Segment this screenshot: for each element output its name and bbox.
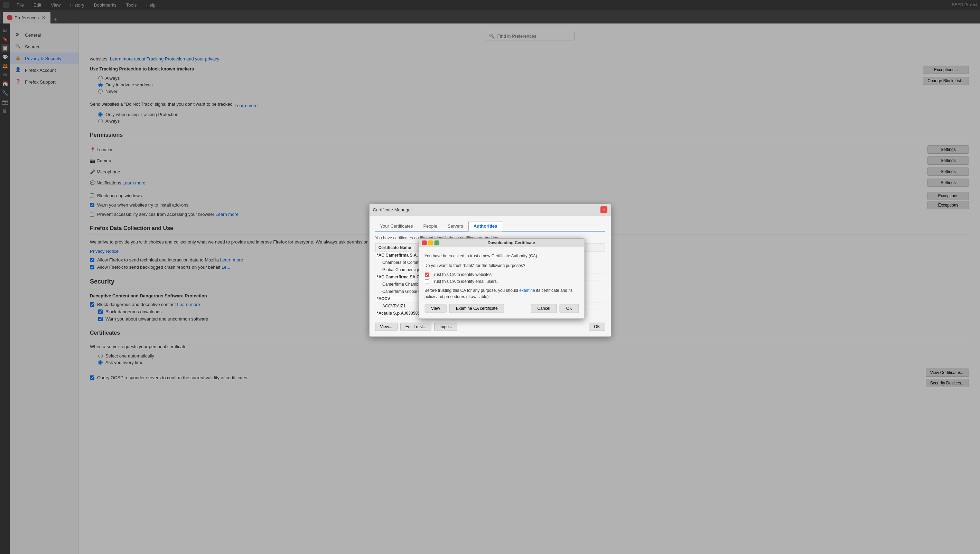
close-dot[interactable] — [422, 240, 426, 245]
titlebar-dots — [422, 240, 439, 245]
tab-authorities[interactable]: Authorities — [468, 221, 503, 231]
download-cert-titlebar: Downloading Certificate — [419, 239, 584, 247]
cert-confirm-actions: Cancel OK — [531, 304, 579, 313]
cert-view-btn[interactable]: View... — [375, 323, 397, 331]
tab-your-certificates[interactable]: Your Certificates — [375, 221, 418, 231]
cert-actions: View... Edit Trust... Impo... OK — [375, 323, 605, 331]
cert-manager-title: Certificate Manager — [373, 207, 412, 212]
trust-websites-checkbox[interactable] — [425, 272, 429, 277]
trust-email-label: Trust this CA to identify email users. — [432, 279, 498, 284]
cert-manager-tabs: Your Certificates People Servers Authori… — [375, 221, 605, 231]
cert-manager-titlebar: Certificate Manager ✕ — [370, 204, 611, 215]
ok-button[interactable]: OK — [560, 304, 579, 313]
minimize-dot[interactable] — [428, 240, 433, 245]
download-cert-body: You have been asked to trust a new Certi… — [419, 247, 584, 318]
trust-websites-label: Trust this CA to identify websites. — [432, 272, 493, 277]
cert-view-button[interactable]: View — [425, 304, 447, 313]
trust-email-checkbox[interactable] — [425, 279, 429, 284]
cert-edit-trust-btn[interactable]: Edit Trust... — [400, 323, 432, 331]
cert-ok-btn[interactable]: OK — [589, 323, 605, 331]
examine-ca-button[interactable]: Examine CA certificate — [449, 304, 504, 313]
tab-people[interactable]: People — [418, 221, 442, 231]
tab-servers[interactable]: Servers — [442, 221, 468, 231]
trust-note: Before trusting this CA for any purpose,… — [425, 287, 579, 300]
trust-email-row: Trust this CA to identify email users. — [425, 279, 579, 284]
cert-manager-close-button[interactable]: ✕ — [600, 206, 607, 213]
download-cert-title: Downloading Certificate — [441, 240, 581, 245]
download-cert-dialog: Downloading Certificate You have been as… — [419, 238, 584, 319]
cert-import-btn[interactable]: Impo... — [434, 323, 457, 331]
examine-link[interactable]: examine — [519, 288, 535, 293]
download-cert-actions: View Examine CA certificate Cancel OK — [425, 304, 579, 313]
download-cert-text1: You have been asked to trust a new Certi… — [425, 253, 579, 259]
download-cert-text2: Do you want to trust "bank" for the foll… — [425, 263, 579, 269]
trust-websites-row: Trust this CA to identify websites. — [425, 272, 579, 277]
maximize-dot[interactable] — [434, 240, 439, 245]
cancel-button[interactable]: Cancel — [531, 304, 557, 313]
